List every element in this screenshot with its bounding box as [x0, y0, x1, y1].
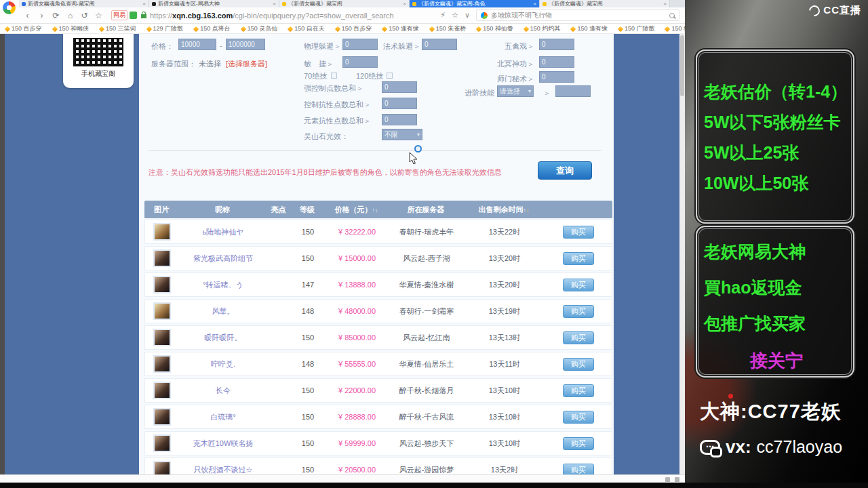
- scrollbar-thumb[interactable]: [680, 35, 684, 96]
- bookmark-item-10[interactable]: 150 朱雀桥: [430, 24, 467, 33]
- buy-button[interactable]: 购买: [563, 252, 594, 265]
- character-portrait[interactable]: [153, 355, 171, 373]
- star-icon[interactable]: ☆: [92, 11, 106, 20]
- adv-skill-select[interactable]: 请选择▾: [497, 85, 534, 97]
- buy-button[interactable]: 购买: [563, 358, 594, 371]
- bookmark-favicon: [52, 26, 57, 31]
- jue70-checkbox[interactable]: [331, 73, 337, 79]
- back-icon[interactable]: ‹: [20, 11, 35, 20]
- bookmark-item-4[interactable]: 129 广陵散: [147, 24, 184, 33]
- phys-dodge-input[interactable]: [342, 39, 378, 50]
- time-sort-down[interactable]: ↓: [526, 207, 530, 214]
- tab-close-icon[interactable]: ×: [142, 1, 146, 7]
- browser-tab-4[interactable]: 《新倩女幽魂》藏宝阁-角色×: [410, 0, 540, 7]
- adv-skill-input[interactable]: [555, 85, 591, 97]
- strong-control-input[interactable]: [382, 81, 417, 93]
- character-name[interactable]: 风華。: [179, 306, 267, 317]
- search-icon[interactable]: [669, 13, 675, 18]
- buy-button[interactable]: 购买: [563, 331, 594, 344]
- jue120-checkbox[interactable]: [387, 73, 393, 79]
- character-portrait[interactable]: [153, 408, 171, 426]
- buy-button[interactable]: 购买: [563, 279, 594, 291]
- green-extension-icon[interactable]: [130, 12, 137, 19]
- character-name[interactable]: 暧阡暧阡。: [179, 333, 267, 343]
- character-name[interactable]: 咛咛爻.: [179, 359, 267, 369]
- character-portrait[interactable]: [153, 434, 171, 452]
- character-portrait[interactable]: [153, 461, 171, 474]
- chevron-down-icon[interactable]: ∨: [465, 11, 470, 20]
- wuqinxi-input[interactable]: [539, 39, 574, 50]
- mobile-app-qr-card[interactable]: 手机藏宝阁: [63, 34, 134, 88]
- magic-dodge-input[interactable]: [422, 39, 457, 50]
- col-time-sort[interactable]: 出售剩余时间↑↓: [463, 205, 545, 215]
- character-portrait[interactable]: [153, 302, 171, 320]
- choose-server-link[interactable]: [选择服务器]: [226, 59, 267, 69]
- element-resist-input[interactable]: [382, 114, 417, 125]
- browser-tab-2[interactable]: 新倩女幽魂专区-网易大神×: [149, 0, 279, 7]
- address-bar[interactable]: https://xqn.cbg.163.com/cgi-bin/equipque…: [150, 12, 394, 20]
- bookmark-item-3[interactable]: 150 三笑词: [100, 24, 136, 33]
- shimen-input[interactable]: [539, 71, 574, 83]
- bookmark-item-8[interactable]: 150 百步穿: [336, 24, 372, 33]
- bookmark-item-14[interactable]: 150 广陵散: [618, 24, 655, 33]
- col-price-sort[interactable]: 价格（元）↑↓: [324, 205, 389, 215]
- control-resist-input[interactable]: [382, 98, 417, 109]
- tab-close-icon[interactable]: ×: [533, 1, 536, 7]
- browser-tab-3[interactable]: 《新倩女幽魂》藏宝阁×: [279, 0, 410, 7]
- character-portrait[interactable]: [153, 249, 171, 267]
- undo-icon[interactable]: ↺: [77, 11, 92, 20]
- status-gear-icon[interactable]: [675, 477, 679, 482]
- beiming-input[interactable]: [539, 56, 574, 68]
- character-portrait[interactable]: [153, 276, 171, 293]
- favorite-star-icon[interactable]: ☆: [452, 11, 458, 20]
- buy-button[interactable]: 购买: [563, 305, 594, 318]
- bookmark-item-11[interactable]: 150 神仙眷: [477, 24, 513, 33]
- wushan-select[interactable]: 不限▾: [382, 129, 422, 140]
- home-icon[interactable]: ⌂: [63, 11, 77, 20]
- bookmark-item-15[interactable]: 150 独步天: [665, 24, 685, 33]
- character-name[interactable]: 长今: [179, 386, 267, 396]
- netease-badge[interactable]: 网易: [111, 10, 127, 20]
- character-portrait[interactable]: [153, 329, 171, 346]
- bookmark-item-13[interactable]: 150 逢有缘: [571, 24, 608, 33]
- flash-icon[interactable]: ⚡: [440, 11, 446, 20]
- forward-icon[interactable]: ›: [35, 11, 49, 20]
- buy-button[interactable]: 购买: [563, 464, 594, 475]
- bookmark-item-6[interactable]: 150 灵岛仙: [241, 24, 278, 33]
- character-portrait[interactable]: [153, 382, 171, 399]
- page-scrollbar[interactable]: [679, 34, 685, 474]
- wushan-label: 吴山石光效：: [304, 131, 349, 142]
- tab-close-icon[interactable]: ×: [663, 1, 667, 7]
- bookmark-item-1[interactable]: 150 百步穿: [5, 24, 42, 33]
- browser-tab-1[interactable]: 新倩女幽魂角色查询-藏宝阁×: [19, 0, 149, 7]
- character-portrait[interactable]: [153, 223, 171, 241]
- tab-close-icon[interactable]: ×: [273, 1, 276, 7]
- price-max-input[interactable]: [226, 39, 265, 50]
- character-name[interactable]: 紫光极武高阶细节: [179, 253, 267, 264]
- character-name[interactable]: ь陆地神仙ヤ: [179, 227, 267, 237]
- bookmark-item-12[interactable]: 150 灼灼其: [524, 24, 561, 33]
- search-box[interactable]: 多地惊现不明飞行物: [476, 9, 679, 21]
- browser-logo-icon[interactable]: [3, 1, 16, 14]
- buy-button[interactable]: 购买: [563, 437, 594, 450]
- character-name[interactable]: °转运猪、う: [179, 280, 267, 290]
- character-name[interactable]: 只饮烈酒不谈过☆: [179, 465, 267, 475]
- query-button[interactable]: 查询: [538, 161, 592, 180]
- character-name[interactable]: 白琉璃°: [179, 412, 267, 422]
- bookmark-item-9[interactable]: 150 逢有缘: [382, 24, 419, 33]
- buy-button[interactable]: 购买: [563, 384, 594, 397]
- buy-button[interactable]: 购买: [563, 411, 594, 424]
- price-sort-arrows[interactable]: ↑↓: [372, 207, 378, 214]
- refresh-icon[interactable]: ⟳: [49, 11, 63, 20]
- status-tool-icon[interactable]: [665, 477, 670, 482]
- character-name[interactable]: 克木匠10W联名扬: [179, 439, 267, 449]
- tab-close-icon[interactable]: ×: [403, 1, 406, 7]
- bookmark-item-2[interactable]: 150 神雕侠: [53, 24, 90, 33]
- price-min-input[interactable]: [178, 39, 216, 50]
- hot-search-text[interactable]: 多地惊现不明飞行物: [491, 11, 666, 20]
- bookmark-item-5[interactable]: 150 点将台: [194, 24, 231, 33]
- buy-button[interactable]: 购买: [563, 226, 594, 239]
- agility-input[interactable]: [342, 56, 378, 68]
- browser-tab-5[interactable]: 《新倩女幽魂》藏宝阁×: [540, 0, 670, 7]
- bookmark-item-7[interactable]: 150 自在天: [288, 24, 325, 33]
